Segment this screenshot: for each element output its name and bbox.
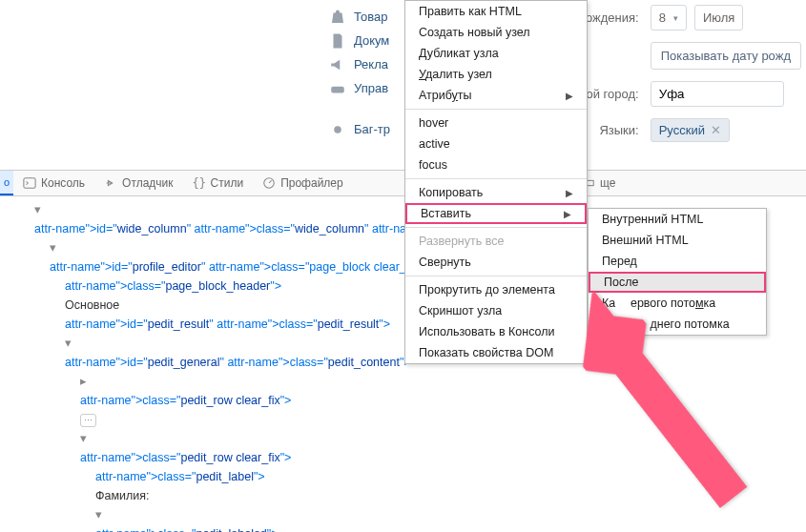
svg-point-0 [334,126,341,133]
expand-arrow[interactable]: ▾ [95,505,107,524]
separator [405,109,587,110]
menu-attributes[interactable]: Атрибуты▶ [405,85,587,106]
sidebar-item-manage[interactable]: Управ [329,76,390,100]
nav-label: Управ [354,81,388,95]
chevron-right-icon: ▶ [566,188,573,198]
profiler-icon [262,176,276,190]
menu-focus[interactable]: focus [405,154,587,175]
tab-styles[interactable]: {} Стили [183,171,254,195]
devtools-tabs: о Консоль Отладчик {} Стили Профайлер ще [0,170,806,196]
menu-active[interactable]: active [405,133,587,154]
styles-icon: {} [193,176,206,190]
gamepad-icon [329,80,346,97]
button-show-birthdate[interactable]: Показывать дату рожд [651,42,801,70]
nav-label: Баг-тр [354,122,390,136]
sidebar-item-bugtracker[interactable]: Баг-тр [329,117,390,141]
document-icon [329,32,346,50]
input-hometown[interactable] [651,81,784,107]
separator [405,276,587,276]
chevron-right-icon: ▶ [564,209,571,219]
menu-duplicate[interactable]: Дубликат узла [405,43,587,64]
select-birthday-day[interactable]: 8▾ [651,5,687,31]
tab-debugger[interactable]: Отладчик [94,171,182,195]
debugger-icon [104,176,117,190]
bug-icon [329,121,346,138]
separator [405,178,587,179]
menu-scroll-to[interactable]: Прокрутить до элемента [405,279,587,300]
svg-rect-1 [24,178,35,189]
chevron-right-icon: ▶ [566,91,573,101]
tab-inspector[interactable]: о [0,171,13,195]
menu-copy[interactable]: Копировать▶ [405,182,587,203]
expand-arrow[interactable]: ▾ [50,238,61,257]
console-icon [23,176,36,190]
sidebar-item-ads[interactable]: Рекла [329,52,390,76]
nav-label: Докум [354,33,389,48]
menu-hover[interactable]: hover [405,113,587,133]
close-icon[interactable]: ✕ [711,123,721,137]
ellipsis-icon[interactable]: ⋯ [80,414,96,427]
expand-arrow[interactable]: ▾ [34,200,46,219]
expand-arrow[interactable]: ▸ [80,372,92,391]
menu-show-dom[interactable]: Показать свойства DOM [405,342,587,363]
chevron-down-icon: ▾ [673,13,678,23]
tab-profiler[interactable]: Профайлер [253,171,353,195]
context-menu: Править как HTML Создать новый узел Дубл… [404,0,588,364]
nav-label: Товар [354,10,387,24]
nav-label: Рекла [354,57,388,72]
megaphone-icon [329,56,346,73]
menu-paste[interactable]: Вставить▶ [405,203,587,224]
menu-create-node[interactable]: Создать новый узел [405,22,587,43]
expand-arrow[interactable]: ▾ [65,334,76,353]
expand-arrow[interactable]: ▾ [80,429,92,448]
shopping-icon [329,9,346,26]
select-birthday-month[interactable]: Июля [694,5,743,31]
sidebar-item-docs[interactable]: Докум [329,29,390,52]
submenu-outer-html[interactable]: Внешний HTML [589,230,766,251]
tab-console[interactable]: Консоль [13,171,94,195]
menu-delete[interactable]: Удалить узел [405,64,587,85]
separator [405,227,587,228]
chip-language[interactable]: Русский ✕ [651,118,730,142]
submenu-inner-html[interactable]: Внутренний HTML [589,209,766,230]
menu-collapse[interactable]: Свернуть [405,252,587,273]
menu-expand-all: Развернуть все [405,231,587,252]
submenu-before[interactable]: Перед [589,251,766,272]
sidebar-item-goods[interactable]: Товар [329,5,390,29]
menu-edit-html[interactable]: Править как HTML [405,1,587,22]
